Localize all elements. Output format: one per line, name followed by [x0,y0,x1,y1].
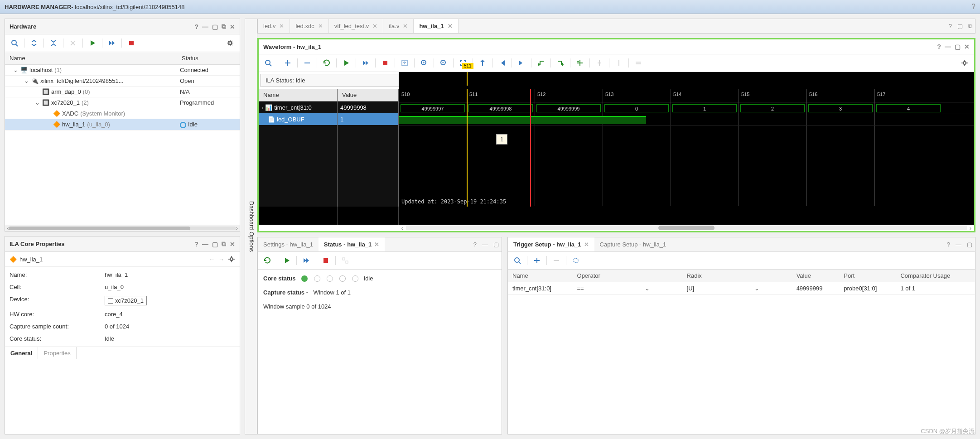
tree-row[interactable]: ⌄🖥️localhost (1)Connected [5,65,240,76]
search-button[interactable] [512,255,523,266]
popout-icon[interactable]: ⧉ [966,23,975,30]
refresh-button[interactable] [321,57,333,69]
minimize-icon[interactable]: — [953,241,964,248]
col-name[interactable]: Name [5,52,177,64]
file-tab[interactable]: vtf_led_test.v✕ [329,19,384,33]
trigger-col-header[interactable]: Operator [573,270,682,282]
next-marker-button[interactable] [613,57,625,69]
tab-trigger-setup[interactable]: Trigger Setup - hw_ila_1✕ [508,237,594,251]
stop-button[interactable] [320,255,332,266]
trigger-col-header[interactable]: Value [792,270,840,282]
expand-icon[interactable]: ⌄ [23,77,29,84]
add-button[interactable] [282,57,294,69]
trigger-col-header[interactable]: Radix [682,270,792,282]
fast-forward-button[interactable] [300,255,312,266]
minimize-icon[interactable]: — [202,23,208,30]
help-icon[interactable]: ? [971,3,975,11]
trigger-col-header[interactable]: Port [839,270,896,282]
close-icon[interactable]: ✕ [964,43,970,50]
popout-icon[interactable]: ⧉ [222,240,226,248]
zoom-out-button[interactable] [438,57,449,69]
help-icon[interactable]: ? [944,241,953,248]
help-icon[interactable]: ? [194,241,198,248]
tree-row[interactable]: 🔶XADC (System Monitor) [5,108,240,119]
settings-icon[interactable] [228,256,235,263]
help-icon[interactable]: ? [471,241,479,248]
tab-general[interactable]: General [5,347,38,359]
add-marker-button[interactable] [574,57,586,69]
trigger-operator[interactable]: ==⌄ [573,282,682,295]
popout-icon[interactable]: ⧉ [222,23,226,30]
file-tab[interactable]: led.xdc✕ [290,19,328,33]
trigger-name[interactable]: timer_cnt[31:0] [508,282,573,295]
fast-forward-button[interactable] [360,57,372,69]
play-button[interactable] [87,37,98,49]
options-button[interactable] [570,255,582,266]
play-button[interactable] [340,57,352,69]
file-tab[interactable]: led.v✕ [258,19,290,33]
options-button[interactable] [339,255,351,266]
maximize-icon[interactable]: ▢ [491,241,502,248]
settings-icon[interactable] [959,57,970,69]
tree-row[interactable]: ⌄🔌xilinx_tcf/Digilent/2102498551... Open [5,76,240,87]
close-icon[interactable]: ✕ [230,241,235,248]
go-to-cursor-button[interactable] [477,57,488,69]
minimize-icon[interactable]: — [945,43,951,50]
scrollbar-horizontal[interactable]: ‹› [5,225,240,231]
maximize-icon[interactable]: ▢ [955,23,966,29]
search-button[interactable] [9,37,20,49]
stop-button[interactable] [379,57,391,69]
maximize-icon[interactable]: ▢ [955,43,961,50]
close-icon[interactable]: ✕ [448,23,453,29]
close-icon[interactable]: ✕ [584,241,589,248]
col-status[interactable]: Status [177,52,203,64]
prev-marker-button[interactable] [594,57,605,69]
swap-button[interactable] [632,57,644,69]
help-icon[interactable]: ? [194,23,198,30]
waveform-scrollbar[interactable]: ‹› [259,225,974,231]
tree-row[interactable]: 🔲arm_dap_0 (0)N/A [5,87,240,97]
trigger-col-header[interactable]: Comparator Usage [896,270,975,282]
signal-row-led[interactable]: 📄led_OBUF [259,113,337,125]
maximize-icon[interactable]: ▢ [212,23,218,30]
expand-icon[interactable]: ⌄ [34,99,40,106]
maximize-icon[interactable]: ▢ [964,241,975,248]
device-link[interactable]: xc7z020_1 [105,296,147,305]
file-tab[interactable]: ila.v✕ [383,19,414,33]
maximize-icon[interactable]: ▢ [212,241,218,248]
stop-button[interactable] [126,37,137,49]
export-button[interactable] [399,57,410,69]
close-icon[interactable]: ✕ [372,23,377,29]
trigger-radix[interactable]: [U]⌄ [682,282,792,295]
add-button[interactable] [531,255,543,266]
settings-icon[interactable] [224,37,236,49]
zoom-in-button[interactable] [418,57,430,69]
forward-button[interactable]: → [218,256,224,263]
help-icon[interactable]: ? [937,43,941,50]
waveform-canvas[interactable]: 510511512513514515516517 499999974999999… [399,89,974,207]
trigger-col-header[interactable]: Name [508,270,573,282]
expand-all-button[interactable] [48,37,59,49]
close-icon[interactable]: ✕ [279,23,284,29]
trigger-value[interactable]: 49999999 [792,282,840,295]
help-icon[interactable]: ? [946,23,955,29]
next-edge-button[interactable] [555,57,566,69]
prev-edge-button[interactable] [535,57,547,69]
remove-button[interactable] [550,255,562,266]
fast-forward-button[interactable] [106,37,118,49]
tab-status[interactable]: Status - hw_ila_1✕ [319,237,385,251]
first-button[interactable] [496,57,508,69]
dashboard-options-tab[interactable]: Dashboard Options [245,19,257,434]
signal-row-timer[interactable]: ›📊timer_cnt[31:0 [259,101,337,113]
expand-icon[interactable]: ⌄ [12,67,19,73]
tab-capture-setup[interactable]: Capture Setup - hw_ila_1 [594,237,672,251]
close-icon[interactable]: ✕ [374,241,379,248]
play-button[interactable] [281,255,293,266]
tab-properties[interactable]: Properties [38,347,76,359]
refresh-button[interactable] [261,255,273,266]
minimize-icon[interactable]: — [202,241,208,248]
hardware-tree[interactable]: ⌄🖥️localhost (1)Connected⌄🔌xilinx_tcf/Di… [5,65,240,225]
back-button[interactable]: ← [209,256,215,263]
collapse-all-button[interactable] [28,37,40,49]
file-tab[interactable]: hw_ila_1✕ [414,19,458,33]
